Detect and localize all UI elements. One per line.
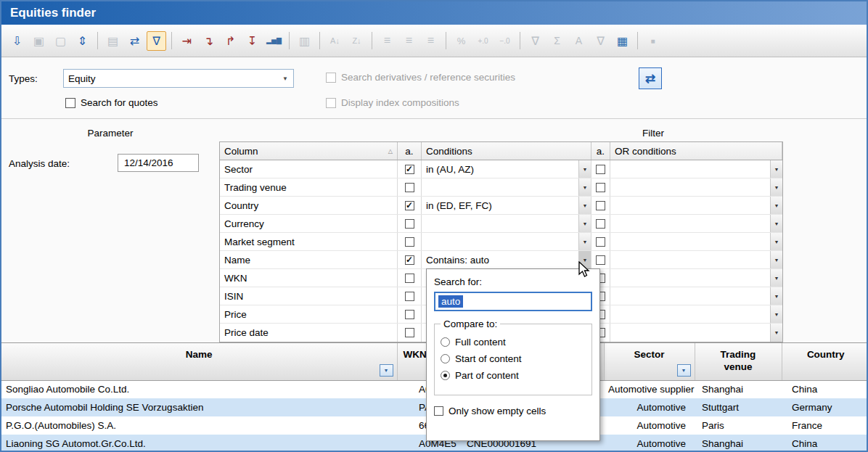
zoom-region-icon: ▣ [29,31,49,51]
chart-values-icon[interactable]: ▂▅▇ [264,31,284,51]
fit-height-icon[interactable]: ⇕ [73,31,92,51]
condition-value[interactable]: in (ED, EF, FC) [426,200,492,211]
column-filter-dropdown[interactable]: ▼ [677,364,691,377]
or-condition-dropdown-button[interactable]: ▼ [770,178,782,196]
compare-option[interactable]: Part of content [441,370,586,381]
or-condition-checkbox[interactable] [596,165,605,174]
or-condition-dropdown-button[interactable]: ▼ [770,160,782,178]
or-condition-dropdown-button[interactable]: ▼ [770,305,782,323]
or-condition-dropdown-button[interactable]: ▼ [770,233,782,250]
results-header-sector[interactable]: Sector▼ [604,343,695,380]
or-condition-checkbox[interactable] [596,183,605,192]
or-condition-checkbox[interactable] [596,219,605,229]
filter-icon[interactable]: ∇ [147,31,166,51]
radio-button[interactable] [441,337,450,347]
move-up-icon[interactable]: ↱ [221,31,240,51]
condition-checkbox[interactable] [405,237,414,247]
results-header-trading_venue[interactable]: Trading venue [695,343,782,380]
search-derivatives-checkbox [326,73,336,83]
condition-dropdown-button[interactable]: ▼ [578,233,591,250]
filter-column-label[interactable]: Currency [220,215,398,232]
filter-column-label[interactable]: WKN [220,269,398,287]
results-cell-country: China [782,435,867,451]
condition-checkbox-cell [398,233,422,250]
window-title: Equities finder [10,6,96,20]
or-condition-dropdown-button[interactable]: ▼ [770,197,782,214]
condition-dropdown-button[interactable]: ▼ [578,178,591,196]
condition-checkbox[interactable]: ✓ [405,255,414,265]
chart-icon[interactable]: ▦ [613,31,632,51]
or-condition-cell: ▼ [610,305,782,323]
export-icon[interactable]: ⇩ [7,31,27,51]
results-cell-trading_venue: Shanghai [695,380,782,398]
move-down-icon[interactable]: ↴ [199,31,218,51]
chevron-down-icon: ▼ [277,75,293,82]
filter-column-label[interactable]: Country [220,197,398,214]
radio-button[interactable] [441,354,450,363]
condition-checkbox-cell [398,269,422,287]
or-condition-checkbox[interactable] [596,201,605,210]
search-for-input[interactable]: auto [434,292,592,311]
filter-column-label[interactable]: Price [220,305,398,323]
or-condition-checkbox[interactable] [596,255,605,265]
condition-value[interactable]: in (AU, AZ) [426,164,474,175]
sum-icon: Σ [547,31,567,51]
radio-button[interactable] [441,371,450,380]
or-condition-cell: ▼ [610,324,782,342]
or-condition-cell: ▼ [610,287,782,305]
header-conditions[interactable]: Conditions [422,142,591,160]
condition-checkbox[interactable] [405,292,414,301]
filter-column-label[interactable]: ISIN [220,287,398,305]
search-quotes-checkbox[interactable] [65,98,75,108]
refresh-icon[interactable]: ⇄ [125,31,144,51]
only-empty-cells-option[interactable]: Only show empty cells [434,406,592,416]
search-derivatives-option: Search derivatives / reference securitie… [326,72,515,83]
or-condition-dropdown-button[interactable]: ▼ [770,215,782,232]
move-right-icon[interactable]: ⇥ [177,31,197,51]
types-dropdown[interactable]: Equity ▼ [63,69,294,88]
or-condition-dropdown-button[interactable]: ▼ [770,324,782,342]
column-filter-dropdown[interactable]: ▼ [380,364,393,377]
filter-column-label[interactable]: Name [220,251,398,268]
header-and-1[interactable]: a. [398,142,422,160]
or-condition-cell: ▼ [610,160,782,178]
drill-down-icon[interactable]: ↧ [242,31,262,51]
condition-checkbox[interactable] [405,328,414,337]
condition-value[interactable]: Contains: auto [426,255,489,266]
filter-column-label[interactable]: Sector [220,160,398,178]
or-condition-dropdown-button[interactable]: ▼ [770,269,782,287]
results-header-name[interactable]: Name▼ [1,343,397,380]
only-empty-cells-checkbox[interactable] [434,406,443,416]
condition-checkbox-cell [398,215,422,232]
condition-checkbox[interactable] [405,183,414,192]
condition-checkbox[interactable]: ✓ [405,201,414,210]
compare-option[interactable]: Full content [441,337,586,348]
start-search-button[interactable]: ⇄ [639,67,662,89]
condition-checkbox[interactable] [405,274,414,283]
or-condition-dropdown-button[interactable]: ▼ [770,287,782,305]
or-condition-cell: ▼ [610,251,782,268]
filter-column-label[interactable]: Trading venue [220,178,398,196]
condition-dropdown-button[interactable]: ▼ [578,215,591,232]
or-condition-cell: ▼ [610,197,782,214]
header-and-2[interactable]: a. [591,142,610,160]
search-quotes-option[interactable]: Search for quotes [65,97,158,108]
header-column[interactable]: Column △ [220,142,398,160]
or-condition-checkbox[interactable] [596,237,605,247]
condition-dropdown-button[interactable]: ▼ [578,197,591,214]
or-condition-dropdown-button[interactable]: ▼ [770,251,782,268]
header-or-conditions[interactable]: OR conditions [610,142,782,160]
filter-grid-row: Market segment▼▼ [220,233,782,251]
condition-checkbox-cell [398,305,422,323]
filter-column-label[interactable]: Market segment [220,233,398,250]
filter-column-label[interactable]: Price date [220,324,398,342]
toolbar-separator [520,32,520,49]
condition-checkbox[interactable] [405,310,414,319]
condition-checkbox[interactable]: ✓ [405,165,414,174]
condition-dropdown-button[interactable]: ▼ [578,160,591,178]
analysis-date-input[interactable]: 12/14/2016 [118,154,199,172]
compare-option[interactable]: Start of content [441,353,586,364]
condition-checkbox[interactable] [405,219,414,229]
column-header-label: Trading venue [715,349,761,374]
results-header-country[interactable]: Country [782,343,867,380]
